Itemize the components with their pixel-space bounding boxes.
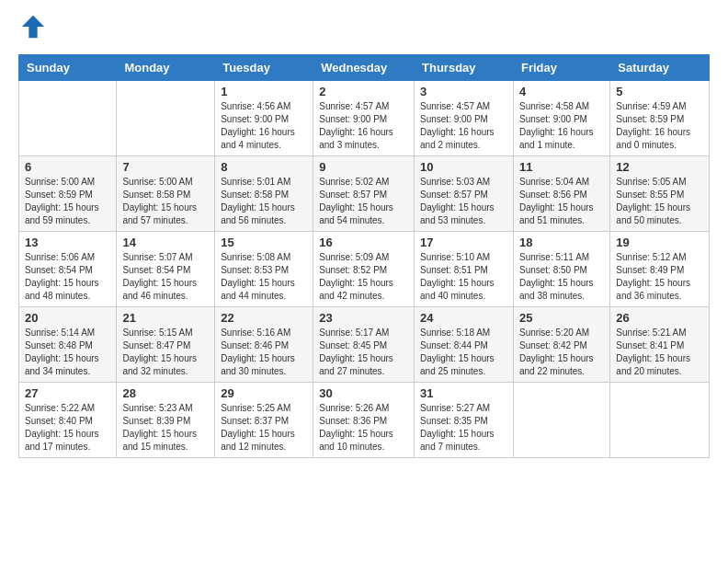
- day-info: Sunrise: 5:12 AM Sunset: 8:49 PM Dayligh…: [616, 251, 703, 303]
- calendar-cell: 15Sunrise: 5:08 AM Sunset: 8:53 PM Dayli…: [215, 232, 313, 307]
- calendar-cell: 28Sunrise: 5:23 AM Sunset: 8:39 PM Dayli…: [117, 383, 215, 458]
- calendar-cell: [117, 81, 215, 156]
- calendar-cell: 11Sunrise: 5:04 AM Sunset: 8:56 PM Dayli…: [513, 156, 609, 232]
- day-info: Sunrise: 4:59 AM Sunset: 8:59 PM Dayligh…: [616, 100, 703, 152]
- header: [18, 14, 710, 43]
- day-number: 10: [420, 160, 507, 174]
- day-info: Sunrise: 5:10 AM Sunset: 8:51 PM Dayligh…: [420, 251, 507, 303]
- day-number: 21: [122, 311, 209, 325]
- calendar-cell: 23Sunrise: 5:17 AM Sunset: 8:45 PM Dayli…: [313, 307, 415, 383]
- day-info: Sunrise: 4:58 AM Sunset: 9:00 PM Dayligh…: [519, 100, 604, 152]
- day-number: 31: [420, 386, 507, 400]
- calendar-cell: 19Sunrise: 5:12 AM Sunset: 8:49 PM Dayli…: [610, 232, 710, 307]
- calendar-cell: [513, 383, 609, 458]
- day-number: 25: [519, 311, 604, 325]
- calendar-cell: [19, 81, 117, 156]
- calendar-cell: 5Sunrise: 4:59 AM Sunset: 8:59 PM Daylig…: [610, 81, 710, 156]
- day-number: 2: [319, 85, 408, 98]
- day-info: Sunrise: 5:26 AM Sunset: 8:36 PM Dayligh…: [319, 402, 408, 454]
- calendar-cell: 21Sunrise: 5:15 AM Sunset: 8:47 PM Dayli…: [117, 307, 215, 383]
- page: SundayMondayTuesdayWednesdayThursdayFrid…: [0, 0, 728, 472]
- calendar-cell: 17Sunrise: 5:10 AM Sunset: 8:51 PM Dayli…: [415, 232, 514, 307]
- calendar-cell: 25Sunrise: 5:20 AM Sunset: 8:42 PM Dayli…: [513, 307, 609, 383]
- logo: [18, 14, 46, 43]
- day-number: 14: [122, 236, 209, 249]
- day-info: Sunrise: 5:17 AM Sunset: 8:45 PM Dayligh…: [319, 327, 408, 378]
- day-number: 13: [25, 236, 110, 249]
- calendar-cell: 20Sunrise: 5:14 AM Sunset: 8:48 PM Dayli…: [19, 307, 117, 383]
- calendar-cell: 26Sunrise: 5:21 AM Sunset: 8:41 PM Dayli…: [610, 307, 710, 383]
- day-number: 15: [221, 236, 307, 249]
- day-number: 1: [221, 85, 307, 98]
- day-info: Sunrise: 5:00 AM Sunset: 8:58 PM Dayligh…: [122, 176, 209, 227]
- day-info: Sunrise: 5:02 AM Sunset: 8:57 PM Dayligh…: [319, 176, 408, 227]
- day-info: Sunrise: 5:22 AM Sunset: 8:40 PM Dayligh…: [25, 402, 110, 454]
- day-number: 6: [25, 160, 110, 174]
- calendar-cell: 4Sunrise: 4:58 AM Sunset: 9:00 PM Daylig…: [513, 81, 609, 156]
- calendar-cell: 8Sunrise: 5:01 AM Sunset: 8:58 PM Daylig…: [215, 156, 313, 232]
- day-number: 22: [221, 311, 307, 325]
- day-info: Sunrise: 5:21 AM Sunset: 8:41 PM Dayligh…: [616, 327, 703, 378]
- day-info: Sunrise: 5:04 AM Sunset: 8:56 PM Dayligh…: [519, 176, 604, 227]
- calendar-cell: 22Sunrise: 5:16 AM Sunset: 8:46 PM Dayli…: [215, 307, 313, 383]
- day-info: Sunrise: 5:06 AM Sunset: 8:54 PM Dayligh…: [25, 251, 110, 303]
- day-info: Sunrise: 5:25 AM Sunset: 8:37 PM Dayligh…: [221, 402, 307, 454]
- calendar-cell: 27Sunrise: 5:22 AM Sunset: 8:40 PM Dayli…: [19, 383, 117, 458]
- day-number: 28: [122, 386, 209, 400]
- calendar-cell: 14Sunrise: 5:07 AM Sunset: 8:54 PM Dayli…: [117, 232, 215, 307]
- day-info: Sunrise: 5:16 AM Sunset: 8:46 PM Dayligh…: [221, 327, 307, 378]
- calendar-header-tuesday: Tuesday: [215, 55, 313, 81]
- day-number: 24: [420, 311, 507, 325]
- calendar-cell: 13Sunrise: 5:06 AM Sunset: 8:54 PM Dayli…: [19, 232, 117, 307]
- calendar: SundayMondayTuesdayWednesdayThursdayFrid…: [18, 54, 710, 458]
- day-number: 9: [319, 160, 408, 174]
- day-number: 12: [616, 160, 703, 174]
- calendar-cell: 16Sunrise: 5:09 AM Sunset: 8:52 PM Dayli…: [313, 232, 415, 307]
- day-number: 19: [616, 236, 703, 249]
- calendar-header-friday: Friday: [513, 55, 609, 81]
- day-number: 26: [616, 311, 703, 325]
- calendar-header-saturday: Saturday: [610, 55, 710, 81]
- calendar-cell: 30Sunrise: 5:26 AM Sunset: 8:36 PM Dayli…: [313, 383, 415, 458]
- day-info: Sunrise: 5:00 AM Sunset: 8:59 PM Dayligh…: [25, 176, 110, 227]
- day-info: Sunrise: 5:08 AM Sunset: 8:53 PM Dayligh…: [221, 251, 307, 303]
- calendar-header-wednesday: Wednesday: [313, 55, 415, 81]
- day-number: 7: [122, 160, 209, 174]
- day-info: Sunrise: 5:01 AM Sunset: 8:58 PM Dayligh…: [221, 176, 307, 227]
- day-number: 16: [319, 236, 408, 249]
- svg-marker-0: [22, 16, 44, 38]
- logo-icon: [20, 14, 46, 40]
- calendar-cell: 2Sunrise: 4:57 AM Sunset: 9:00 PM Daylig…: [313, 81, 415, 156]
- calendar-week-row: 1Sunrise: 4:56 AM Sunset: 9:00 PM Daylig…: [19, 81, 710, 156]
- day-info: Sunrise: 5:14 AM Sunset: 8:48 PM Dayligh…: [25, 327, 110, 378]
- calendar-cell: 10Sunrise: 5:03 AM Sunset: 8:57 PM Dayli…: [415, 156, 514, 232]
- day-number: 27: [25, 386, 110, 400]
- day-number: 5: [616, 85, 703, 98]
- day-info: Sunrise: 5:20 AM Sunset: 8:42 PM Dayligh…: [519, 327, 604, 378]
- day-number: 17: [420, 236, 507, 249]
- day-number: 18: [519, 236, 604, 249]
- calendar-header-sunday: Sunday: [19, 55, 117, 81]
- day-info: Sunrise: 5:18 AM Sunset: 8:44 PM Dayligh…: [420, 327, 507, 378]
- calendar-header-thursday: Thursday: [415, 55, 514, 81]
- calendar-cell: 9Sunrise: 5:02 AM Sunset: 8:57 PM Daylig…: [313, 156, 415, 232]
- calendar-cell: 7Sunrise: 5:00 AM Sunset: 8:58 PM Daylig…: [117, 156, 215, 232]
- day-info: Sunrise: 4:57 AM Sunset: 9:00 PM Dayligh…: [420, 100, 507, 152]
- day-info: Sunrise: 5:07 AM Sunset: 8:54 PM Dayligh…: [122, 251, 209, 303]
- day-info: Sunrise: 5:27 AM Sunset: 8:35 PM Dayligh…: [420, 402, 507, 454]
- day-info: Sunrise: 5:03 AM Sunset: 8:57 PM Dayligh…: [420, 176, 507, 227]
- calendar-header-monday: Monday: [117, 55, 215, 81]
- day-number: 8: [221, 160, 307, 174]
- calendar-cell: 12Sunrise: 5:05 AM Sunset: 8:55 PM Dayli…: [610, 156, 710, 232]
- day-number: 4: [519, 85, 604, 98]
- day-info: Sunrise: 5:09 AM Sunset: 8:52 PM Dayligh…: [319, 251, 408, 303]
- day-info: Sunrise: 4:56 AM Sunset: 9:00 PM Dayligh…: [221, 100, 307, 152]
- calendar-cell: [610, 383, 710, 458]
- calendar-cell: 24Sunrise: 5:18 AM Sunset: 8:44 PM Dayli…: [415, 307, 514, 383]
- day-info: Sunrise: 5:23 AM Sunset: 8:39 PM Dayligh…: [122, 402, 209, 454]
- day-info: Sunrise: 5:15 AM Sunset: 8:47 PM Dayligh…: [122, 327, 209, 378]
- calendar-cell: 18Sunrise: 5:11 AM Sunset: 8:50 PM Dayli…: [513, 232, 609, 307]
- day-number: 11: [519, 160, 604, 174]
- calendar-cell: 3Sunrise: 4:57 AM Sunset: 9:00 PM Daylig…: [415, 81, 514, 156]
- day-number: 30: [319, 386, 408, 400]
